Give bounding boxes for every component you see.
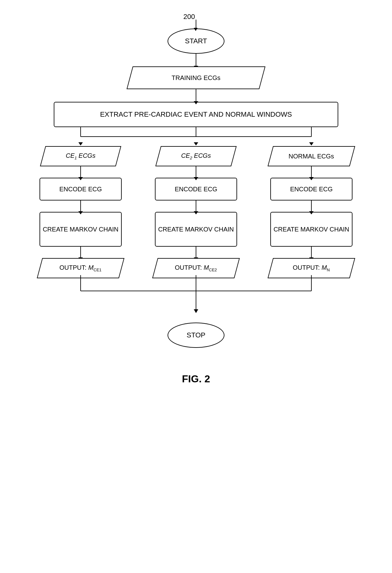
encode-ecg-2: ENCODE ECG xyxy=(155,178,237,200)
training-ecgs-shape: TRAINING ECGs xyxy=(126,66,265,89)
col2: CE2 ECGs ENCODE ECG CREATE MARKOV CHAIN xyxy=(142,146,250,278)
stop-ellipse: STOP xyxy=(168,323,224,348)
col1: CE1 ECGs ENCODE ECG CREATE MARKOV CHAIN xyxy=(27,146,134,278)
markov-1: CREATE MARKOV CHAIN xyxy=(40,212,122,247)
arrow-ce2-to-encode xyxy=(196,166,196,178)
output-1-label: OUTPUT: MCE1 xyxy=(59,264,101,272)
ref-number: 200 xyxy=(183,13,195,21)
branch-lines-svg xyxy=(22,127,370,146)
arrowhead-ce2 xyxy=(194,177,198,180)
three-branch-area: CE1 ECGs ENCODE ECG CREATE MARKOV CHAIN xyxy=(22,127,370,278)
arrow-encode3-to-markov xyxy=(311,200,312,212)
encode-ecg-3: ENCODE ECG xyxy=(270,178,352,200)
arrow-start-to-training xyxy=(196,54,196,66)
svg-marker-5 xyxy=(194,142,198,145)
output-3-shape: OUTPUT: MN xyxy=(267,258,355,278)
markov-1-label: CREATE MARKOV CHAIN xyxy=(43,226,119,233)
start-label: START xyxy=(185,37,207,45)
fig-label: FIG. 2 xyxy=(182,373,210,385)
extract-label: EXTRACT PRE-CARDIAC EVENT AND NORMAL WIN… xyxy=(100,110,292,119)
three-col-layout: CE1 ECGs ENCODE ECG CREATE MARKOV CHAIN xyxy=(22,146,370,278)
extract-rectangle: EXTRACT PRE-CARDIAC EVENT AND NORMAL WIN… xyxy=(54,102,338,127)
normal-ecgs-label: NORMAL ECGs xyxy=(289,153,334,160)
markov-2-label: CREATE MARKOV CHAIN xyxy=(158,226,234,233)
markov-3: CREATE MARKOV CHAIN xyxy=(270,212,352,247)
encode-ecg-3-label: ENCODE ECG xyxy=(290,186,333,193)
ce1-ecgs-label: CE1 ECGs xyxy=(66,152,95,160)
arrowhead2 xyxy=(194,101,198,104)
markov-2: CREATE MARKOV CHAIN xyxy=(155,212,237,247)
merge-lines-svg xyxy=(22,275,370,316)
ref-number-area: 200 xyxy=(22,13,370,28)
arrow-encode2-to-markov xyxy=(196,200,196,212)
encode-ecg-2-label: ENCODE ECG xyxy=(175,186,217,193)
arrowhead-encode3 xyxy=(309,211,314,214)
ref-arrow-line xyxy=(196,20,196,28)
training-ecgs-label: TRAINING ECGs xyxy=(172,74,220,82)
output-3-label: OUTPUT: MN xyxy=(293,264,330,272)
stop-label: STOP xyxy=(187,331,205,339)
arrow-training-to-extract xyxy=(196,89,196,102)
markov-3-label: CREATE MARKOV CHAIN xyxy=(273,226,349,233)
col3: NORMAL ECGs ENCODE ECG CREATE MARKOV CHA… xyxy=(258,146,365,278)
diagram-container: 200 START TRAINING ECGs EXTRACT PRE-CARD… xyxy=(0,0,392,385)
ref-arrow-head xyxy=(194,28,198,31)
ce2-ecgs-label: CE2 ECGs xyxy=(181,152,211,160)
arrowhead-encode2 xyxy=(194,211,198,214)
arrowhead-encode1 xyxy=(78,211,83,214)
ce1-ecgs-shape: CE1 ECGs xyxy=(40,146,121,166)
arrow-markov2-to-output xyxy=(196,247,196,258)
arrowhead-normal xyxy=(309,177,314,180)
fig-label-container: FIG. 2 xyxy=(182,373,210,385)
normal-ecgs-shape: NORMAL ECGs xyxy=(267,146,355,166)
encode-ecg-1: ENCODE ECG xyxy=(40,178,122,200)
arrow-ce1-to-encode xyxy=(80,166,81,178)
output-2-label: OUTPUT: MCE2 xyxy=(175,264,217,272)
encode-ecg-1-label: ENCODE ECG xyxy=(59,186,102,193)
arrow-normal-to-encode xyxy=(311,166,312,178)
start-ellipse: START xyxy=(168,28,224,54)
arrowhead-ce1 xyxy=(78,177,83,180)
arrow-encode1-to-markov xyxy=(80,200,81,212)
svg-marker-4 xyxy=(78,142,83,145)
output-2-shape: OUTPUT: MCE2 xyxy=(152,258,240,278)
ce2-ecgs-shape: CE2 ECGs xyxy=(155,146,236,166)
svg-marker-6 xyxy=(309,142,314,145)
output-1-shape: OUTPUT: MCE1 xyxy=(37,258,124,278)
arrow-markov3-to-output xyxy=(311,247,312,258)
svg-marker-12 xyxy=(194,309,198,313)
arrow-markov1-to-output xyxy=(80,247,81,258)
